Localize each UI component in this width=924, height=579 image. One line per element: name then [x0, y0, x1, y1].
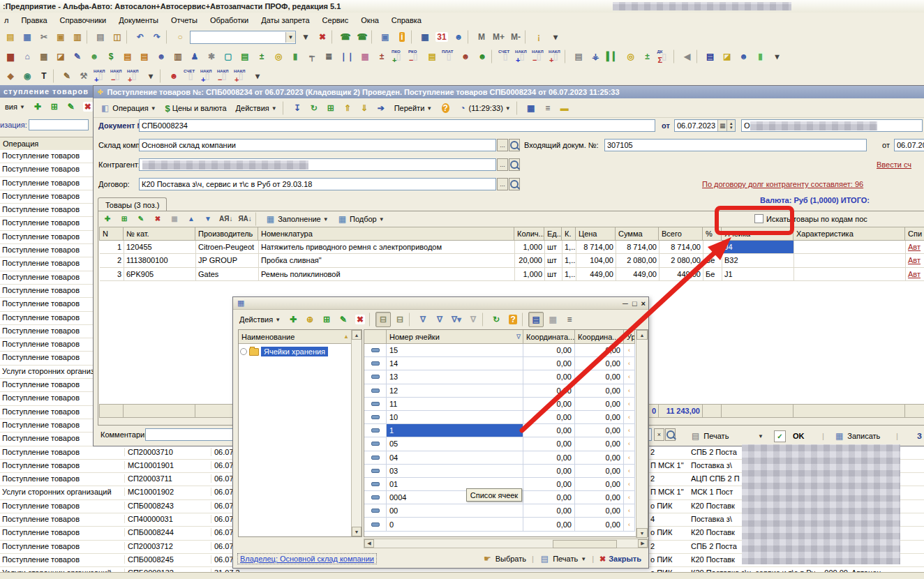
- toolbar-icon[interactable]: ▯ ДК Σ: [657, 49, 672, 64]
- toolbar-icon[interactable]: Т: [36, 68, 52, 84]
- journal-actions-button[interactable]: вия▼: [1, 101, 29, 112]
- toolbar-icon[interactable]: ±: [254, 49, 269, 64]
- scroll-right-icon[interactable]: ▶: [638, 539, 648, 548]
- doc-number-input[interactable]: СПБ0008234: [139, 119, 655, 132]
- search-by-codes-checkbox[interactable]: Искать товары по кодам пос: [754, 214, 867, 223]
- storage-cell-value[interactable]: B32: [722, 254, 794, 267]
- toolbar-icon[interactable]: [87, 30, 91, 44]
- toolbar-icon[interactable]: М+: [491, 29, 507, 45]
- owner-link[interactable]: Владелец: Основной склад компании: [237, 553, 377, 564]
- toolbar-icon[interactable]: ✂: [36, 29, 52, 45]
- help-button[interactable]: ?: [438, 100, 453, 116]
- toolbar-icon[interactable]: ✎: [70, 49, 85, 64]
- toolbar-icon[interactable]: ▯ НАКЛ +: [233, 68, 248, 84]
- scrollbar-thumb[interactable]: [553, 540, 617, 548]
- chevron-down-icon[interactable]: ▼: [285, 32, 295, 43]
- tree-column-header[interactable]: Наименование▲: [239, 330, 352, 344]
- close-button-fragment[interactable]: З: [917, 432, 922, 440]
- popup-toolbar-icon[interactable]: ⊟: [392, 312, 408, 327]
- close-icon[interactable]: ×: [641, 299, 646, 308]
- toolbar-icon[interactable]: ▯ СЧЕТ: [498, 49, 513, 64]
- actions-button[interactable]: Действия▼: [232, 102, 281, 114]
- scroll-left-icon[interactable]: ◀: [364, 539, 374, 548]
- toolbar-icon[interactable]: ☎: [355, 29, 370, 45]
- toolbar-icon[interactable]: ▦: [20, 29, 35, 45]
- toolbar-icon[interactable]: ▯ НАКЛ +: [200, 68, 215, 84]
- popup-toolbar-icon[interactable]: [409, 313, 414, 326]
- tree-scrollbar[interactable]: ▲ ▼: [351, 330, 362, 536]
- toolbar-icon[interactable]: ☻: [736, 49, 752, 64]
- toolbar-icon[interactable]: ▯ НАКЛ −: [110, 68, 125, 84]
- cells-table-row[interactable]: 10 0,00 0,00 ‹: [364, 411, 635, 424]
- scroll-up-icon[interactable]: ▲: [636, 330, 648, 340]
- toolbar-icon[interactable]: ▮: [753, 49, 768, 64]
- toolbar-icon[interactable]: ▤: [237, 49, 253, 64]
- journal-column-header[interactable]: Операция: [0, 137, 95, 151]
- toolbar-icon[interactable]: ✱: [204, 49, 219, 64]
- cells-table-row[interactable]: 03 0,00 0,00 ‹: [364, 465, 635, 478]
- toolbar-icon[interactable]: ▾: [250, 68, 265, 84]
- toolbar-icon[interactable]: ◪: [53, 49, 68, 64]
- contract-debt-link[interactable]: По договору долг контрагенту составляет:…: [702, 180, 863, 188]
- toolbar-icon[interactable]: ▾: [143, 68, 158, 84]
- date-spinner[interactable]: ▲▼: [726, 120, 735, 131]
- scroll-down-icon[interactable]: ▼: [636, 528, 648, 538]
- scroll-up-icon[interactable]: ▲: [352, 330, 362, 340]
- org-filter-input[interactable]: [29, 119, 89, 130]
- col-coordinate-x[interactable]: Координата...: [523, 330, 575, 344]
- incoming-date-input[interactable]: 06.07.20: [894, 139, 924, 151]
- toolbar-icon[interactable]: [371, 30, 376, 44]
- clear-button[interactable]: ×: [654, 428, 664, 441]
- toolbar-icon[interactable]: ▯ ПЛАТ: [441, 49, 456, 64]
- cells-table-row[interactable]: 11 0,00 0,00 ‹: [364, 398, 635, 411]
- toolbar-icon[interactable]: ▩: [357, 49, 373, 64]
- toolbar-icon[interactable]: ▤: [93, 29, 108, 45]
- toolbar-icon[interactable]: ⚶: [588, 49, 603, 64]
- toolbar-icon[interactable]: ▍▎: [604, 49, 621, 64]
- cells-table-vscrollbar[interactable]: ▲ ▼: [636, 330, 648, 538]
- toolbar-icon[interactable]: [411, 30, 416, 44]
- col-total[interactable]: Всего: [659, 227, 703, 241]
- popup-toolbar-icon[interactable]: ✎: [336, 312, 351, 327]
- tab-items[interactable]: Товары (3 поз.): [98, 197, 167, 212]
- items-toolbar-icon[interactable]: ✚: [100, 211, 115, 227]
- toolbar-icon[interactable]: [126, 30, 131, 44]
- toolbar-icon[interactable]: ▯ РКО −: [408, 49, 423, 64]
- popup-print-button[interactable]: ▤Печать▼: [537, 553, 589, 564]
- maximize-button[interactable]: □: [632, 299, 637, 308]
- col-maker[interactable]: Производитель: [195, 227, 258, 241]
- cells-table-row[interactable]: 00 0,00 0,00 ‹: [364, 504, 635, 518]
- print-dropdown[interactable]: ▼: [758, 433, 763, 439]
- toolbar-icon[interactable]: ┭: [304, 49, 320, 64]
- quick-search-combobox[interactable]: ▼: [190, 31, 296, 44]
- cells-table-row[interactable]: 14 0,00 0,00 ‹: [364, 357, 635, 370]
- operation-button[interactable]: ◧Операция▼: [96, 101, 160, 115]
- cells-table-row[interactable]: 13 0,00 0,00 ‹: [364, 370, 635, 384]
- toolbar-icon[interactable]: ▯ НАКЛ −: [531, 49, 546, 64]
- col-percent[interactable]: %: [703, 227, 722, 241]
- col-level[interactable]: Уровен: [624, 330, 635, 344]
- toolbar-icon[interactable]: [166, 30, 171, 44]
- toolbar-icon[interactable]: [491, 50, 496, 63]
- ellipsis-button[interactable]: ...: [497, 178, 508, 190]
- popup-toolbar-icon[interactable]: ≡: [562, 312, 577, 327]
- doc-date-input[interactable]: 06.07.2023▦▲▼: [674, 119, 736, 132]
- toolbar-icon[interactable]: [468, 30, 472, 44]
- items-table-row[interactable]: 1 120455 Citroen-Peugeot Натяжитель прив…: [100, 241, 924, 254]
- menu-item[interactable]: л: [4, 16, 8, 24]
- menu-item[interactable]: Справочники: [60, 16, 107, 24]
- goto-button[interactable]: Перейти▼: [391, 102, 436, 114]
- popup-actions-button[interactable]: Действия▼: [236, 314, 284, 325]
- toolbar-icon[interactable]: [331, 30, 336, 44]
- col-unit[interactable]: Ед...: [544, 227, 562, 241]
- toolbar-icon[interactable]: ▩: [36, 49, 52, 64]
- toolbar-icon[interactable]: ▯ НАКЛ −: [216, 68, 232, 84]
- cells-table-row[interactable]: 12 0,00 0,00 ‹: [364, 384, 635, 398]
- menu-item[interactable]: Окна: [361, 16, 379, 24]
- toolbar-icon[interactable]: ▥: [170, 49, 186, 64]
- menu-item[interactable]: Отчеты: [171, 16, 198, 24]
- ellipsis-button[interactable]: ...: [497, 139, 508, 151]
- toolbar-icon[interactable]: ▯ НАКЛ +: [514, 49, 530, 64]
- popup-toolbar-icon[interactable]: ?: [505, 312, 521, 327]
- col-sum[interactable]: Сумма: [616, 227, 659, 241]
